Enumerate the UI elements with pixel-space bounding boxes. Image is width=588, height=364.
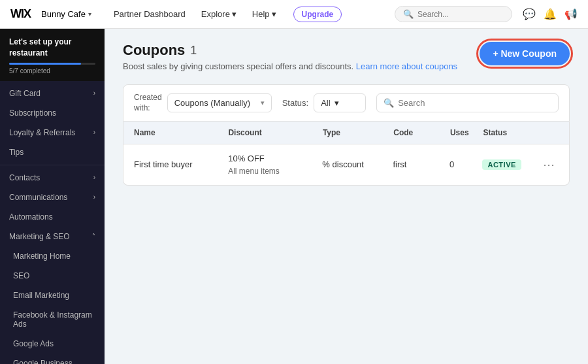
status-badge: ACTIVE bbox=[482, 159, 521, 170]
sidebar-item-label: Tips bbox=[9, 148, 24, 157]
page-count: 1 bbox=[190, 44, 197, 58]
top-nav: WIX Bunny Cafe ▾ Partner Dashboard Explo… bbox=[0, 0, 588, 29]
sidebar-divider bbox=[0, 165, 105, 165]
nav-links: Partner Dashboard Explore ▾ Help ▾ bbox=[107, 7, 283, 22]
page-header: Coupons 1 Boost sales by giving customer… bbox=[123, 42, 570, 71]
progress-bar bbox=[9, 63, 95, 65]
status-filter: Status: All ▾ bbox=[282, 93, 366, 112]
sidebar-item-automations[interactable]: Automations bbox=[0, 207, 105, 227]
discount-sub: All menu items bbox=[228, 165, 322, 177]
page-title-area: Coupons 1 Boost sales by giving customer… bbox=[123, 42, 457, 71]
progress-fill bbox=[9, 63, 81, 65]
cell-uses: 0 bbox=[449, 159, 482, 169]
sidebar-item-label: SEO bbox=[13, 271, 29, 280]
sidebar-item-label: Automations bbox=[9, 212, 53, 222]
cell-type: % discount bbox=[322, 159, 393, 169]
col-actions bbox=[540, 128, 559, 137]
col-discount: Discount bbox=[228, 128, 322, 137]
nav-partner-dashboard[interactable]: Partner Dashboard bbox=[107, 7, 192, 22]
sidebar-section: Gift Card › Subscriptions Loyalty & Refe… bbox=[0, 81, 105, 364]
sidebar-item-label: Contacts bbox=[9, 173, 40, 182]
sidebar-item-fb-ads[interactable]: Facebook & Instagram Ads bbox=[0, 305, 105, 334]
filter-bar: Createdwith: Coupons (Manually) ▾ Status… bbox=[123, 84, 570, 122]
status-chevron-icon: ▾ bbox=[335, 98, 339, 108]
sidebar-item-contacts[interactable]: Contacts › bbox=[0, 168, 105, 188]
page-title: Coupons 1 bbox=[123, 42, 457, 59]
sidebar-item-label: Google Business Profile bbox=[13, 359, 95, 364]
site-name-chevron-icon: ▾ bbox=[88, 10, 91, 18]
cell-name: First time buyer bbox=[134, 159, 228, 169]
site-name-label: Bunny Cafe bbox=[41, 9, 86, 19]
status-label: Status: bbox=[282, 98, 308, 108]
col-status: Status bbox=[483, 128, 540, 137]
sidebar-item-label: Marketing & SEO bbox=[9, 232, 70, 241]
col-name: Name bbox=[134, 128, 228, 137]
global-search[interactable]: 🔍 bbox=[395, 6, 512, 22]
nav-help[interactable]: Help ▾ bbox=[246, 7, 283, 22]
cell-code: first bbox=[393, 159, 450, 169]
announcements-icon[interactable]: 📢 bbox=[564, 8, 578, 20]
search-icon: 🔍 bbox=[384, 98, 394, 108]
explore-chevron-icon: ▾ bbox=[232, 9, 237, 19]
created-with-filter: Createdwith: Coupons (Manually) ▾ bbox=[134, 93, 272, 113]
upgrade-button[interactable]: Upgrade bbox=[293, 7, 342, 22]
created-with-value: Coupons (Manually) bbox=[174, 98, 250, 108]
loyalty-chevron-icon: › bbox=[93, 129, 95, 136]
new-coupon-button[interactable]: + New Coupon bbox=[480, 42, 570, 65]
main-content: Coupons 1 Boost sales by giving customer… bbox=[105, 29, 588, 364]
contacts-chevron-icon: › bbox=[93, 174, 95, 181]
learn-more-link[interactable]: Learn more about coupons bbox=[356, 61, 457, 71]
comms-chevron-icon: › bbox=[93, 193, 95, 201]
nav-explore[interactable]: Explore ▾ bbox=[195, 7, 243, 22]
created-with-label: Createdwith: bbox=[134, 93, 162, 113]
col-uses: Uses bbox=[450, 128, 483, 137]
sidebar-item-label: Google Ads bbox=[13, 339, 54, 348]
coupon-search-input[interactable] bbox=[398, 98, 551, 108]
page-subtitle: Boost sales by giving customers special … bbox=[123, 61, 457, 71]
sidebar-item-label: Gift Card bbox=[9, 89, 41, 98]
col-type: Type bbox=[323, 128, 393, 137]
sidebar-item-google-ads[interactable]: Google Ads bbox=[0, 334, 105, 354]
cell-discount: 10% OFF All menu items bbox=[228, 152, 322, 177]
table-header: Name Discount Type Code Uses Status bbox=[123, 122, 569, 144]
created-with-chevron-icon: ▾ bbox=[261, 99, 265, 107]
sidebar-item-label: Facebook & Instagram Ads bbox=[13, 310, 95, 329]
sidebar-item-marketing-seo[interactable]: Marketing & SEO ˄ bbox=[0, 227, 105, 246]
sidebar-item-marketing-home[interactable]: Marketing Home bbox=[0, 246, 105, 266]
sidebar-item-google-business[interactable]: Google Business Profile bbox=[0, 354, 105, 364]
sidebar-item-loyalty[interactable]: Loyalty & Referrals › bbox=[0, 123, 105, 142]
row-actions-button[interactable]: ⋯ bbox=[539, 156, 559, 173]
notifications-icon[interactable]: 🔔 bbox=[544, 8, 557, 20]
sidebar-item-label: Email Marketing bbox=[13, 291, 69, 300]
sidebar-item-label: Marketing Home bbox=[13, 252, 71, 261]
table-row: First time buyer 10% OFF All menu items … bbox=[123, 144, 569, 185]
created-with-select[interactable]: Coupons (Manually) ▾ bbox=[167, 93, 272, 112]
sidebar-item-email-marketing[interactable]: Email Marketing bbox=[0, 286, 105, 305]
status-value: All bbox=[321, 98, 330, 108]
site-name-selector[interactable]: Bunny Cafe ▾ bbox=[41, 9, 91, 19]
help-chevron-icon: ▾ bbox=[272, 9, 276, 19]
sidebar-item-subscriptions[interactable]: Subscriptions bbox=[0, 103, 105, 123]
global-search-input[interactable] bbox=[417, 10, 504, 19]
cell-status: ACTIVE bbox=[482, 159, 539, 170]
sidebar-item-tips[interactable]: Tips bbox=[0, 142, 105, 162]
sidebar: Let's set up your restaurant 5/7 complet… bbox=[0, 29, 105, 364]
nav-icons: 💬 🔔 📢 bbox=[523, 8, 578, 20]
progress-label: 5/7 completed bbox=[9, 67, 95, 74]
coupons-table: Name Discount Type Code Uses Status Firs… bbox=[123, 122, 570, 186]
messages-icon[interactable]: 💬 bbox=[523, 8, 536, 20]
sidebar-item-label: Communications bbox=[9, 193, 67, 202]
sidebar-item-gift-card[interactable]: Gift Card › bbox=[0, 84, 105, 103]
marketing-chevron-icon: ˄ bbox=[92, 233, 95, 240]
sidebar-header: Let's set up your restaurant 5/7 complet… bbox=[0, 29, 105, 81]
col-code: Code bbox=[393, 128, 450, 137]
wix-logo: WIX bbox=[10, 7, 31, 21]
sidebar-item-communications[interactable]: Communications › bbox=[0, 188, 105, 207]
status-select[interactable]: All ▾ bbox=[314, 93, 366, 112]
page-title-text: Coupons bbox=[123, 42, 185, 59]
discount-label: 10% OFF bbox=[228, 152, 322, 165]
cell-actions: ⋯ bbox=[539, 156, 559, 173]
sidebar-item-seo[interactable]: SEO bbox=[0, 266, 105, 286]
sidebar-item-label: Loyalty & Referrals bbox=[9, 128, 75, 137]
coupon-search[interactable]: 🔍 bbox=[376, 93, 559, 112]
